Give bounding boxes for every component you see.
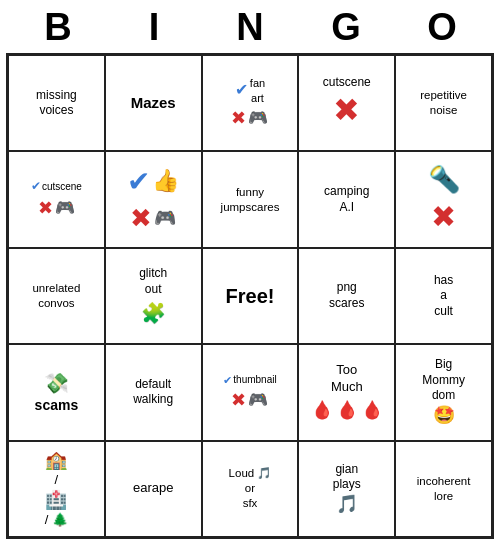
cell-text: Loud 🎵orsfx	[229, 466, 272, 511]
cell-r3c2: ✔ thumbnail ✖ 🎮	[202, 344, 299, 440]
cross-icon: ✖	[38, 197, 53, 220]
bingo-grid: missingvoices Mazes ✔ fanart ✖ 🎮 cutscen…	[6, 53, 494, 539]
cross-icon: ✖	[333, 90, 360, 132]
cell-text: hasacult	[434, 273, 453, 320]
cell-r2c3: pngscares	[298, 248, 395, 344]
cell-text: thumbnail	[233, 373, 276, 386]
cell-text: fanart	[250, 76, 265, 105]
cell-r2c1: glitchout 🧩	[105, 248, 202, 344]
emoji-face-icon: 🤩	[433, 404, 455, 427]
gamepad-icon: 🎮	[154, 207, 176, 230]
letter-i: I	[109, 6, 199, 49]
drop-icon-2: 🩸	[336, 400, 358, 420]
cell-text: missingvoices	[36, 88, 77, 119]
cell-r1c3: campingA.I	[298, 151, 395, 247]
cell-text: incoherentlore	[417, 474, 471, 504]
cell-r4c0: 🏫 / 🏥 / 🌲	[8, 441, 105, 537]
cell-text-2: / 🌲	[45, 512, 68, 529]
gamepad-icon: 🎮	[248, 390, 268, 411]
cross-icon: ✖	[231, 107, 246, 130]
check-icon: ✔	[223, 373, 232, 387]
cell-text: scams	[35, 396, 79, 414]
bingo-header: B I N G O	[10, 0, 490, 53]
big-cross-icon: ✖	[130, 202, 152, 236]
letter-n: N	[205, 6, 295, 49]
cell-r4c1: earape	[105, 441, 202, 537]
cell-text: cutscene	[42, 180, 82, 193]
cell-r4c3: gianplays 🎵	[298, 441, 395, 537]
cell-r1c0: ✔ cutscene ✖ 🎮	[8, 151, 105, 247]
cell-r0c4: repetitivenoise	[395, 55, 492, 151]
cell-text: Mazes	[131, 93, 176, 113]
cell-text: gianplays	[333, 462, 361, 493]
free-text: Free!	[226, 283, 275, 309]
cell-r1c2: funnyjumpscares	[202, 151, 299, 247]
cell-text: glitchout	[139, 266, 167, 297]
hospital-icon: 🏥	[45, 489, 67, 512]
cell-r0c3: cutscene ✖	[298, 55, 395, 151]
big-cross-icon: ✖	[431, 197, 456, 236]
cell-text: unrelatedconvos	[32, 281, 80, 311]
cell-r1c4: 🔦 ✖	[395, 151, 492, 247]
cell-r2c4: hasacult	[395, 248, 492, 344]
cell-text: defaultwalking	[133, 377, 173, 408]
cell-text: BigMommydom	[422, 357, 465, 404]
letter-o: O	[397, 6, 487, 49]
house-icon: 🏫	[45, 449, 67, 472]
cell-text: /	[55, 472, 59, 489]
money-icon: 💸	[44, 370, 69, 396]
cell-text: campingA.I	[324, 184, 369, 215]
cell-r0c2: ✔ fanart ✖ 🎮	[202, 55, 299, 151]
drop-icon-3: 🩸	[361, 400, 383, 420]
gamepad-icon: 🎮	[55, 198, 75, 219]
cell-text: funnyjumpscares	[221, 185, 280, 215]
cell-text: repetitivenoise	[420, 88, 467, 118]
thumbsup-icon: 👍	[152, 167, 179, 196]
gamepad-icon: 🎮	[248, 108, 268, 129]
cell-r3c4: BigMommydom 🤩	[395, 344, 492, 440]
music-icon: 🎵	[336, 493, 358, 516]
cell-r1c1: ✔ 👍 ✖ 🎮	[105, 151, 202, 247]
puzzle-icon: 🧩	[141, 300, 166, 326]
check-icon: ✔	[235, 80, 248, 101]
cell-text: TooMuch	[331, 362, 363, 396]
cell-text: earape	[133, 480, 173, 497]
cell-text: pngscares	[329, 280, 364, 311]
letter-g: G	[301, 6, 391, 49]
cell-r0c1: Mazes	[105, 55, 202, 151]
cross-icon: ✖	[231, 389, 246, 412]
cell-r4c4: incoherentlore	[395, 441, 492, 537]
cell-r2c0: unrelatedconvos	[8, 248, 105, 344]
check-icon: ✔	[31, 179, 41, 195]
cell-r3c1: defaultwalking	[105, 344, 202, 440]
cell-r2c2-free: Free!	[202, 248, 299, 344]
cell-r3c0: 💸 scams	[8, 344, 105, 440]
big-check-icon: ✔	[127, 164, 150, 200]
cell-r3c3: TooMuch 🩸 🩸 🩸	[298, 344, 395, 440]
cell-r0c0: missingvoices	[8, 55, 105, 151]
drop-icon-1: 🩸	[311, 400, 333, 420]
cell-text: cutscene	[323, 75, 371, 91]
letter-b: B	[13, 6, 103, 49]
flashlight-icon: 🔦	[428, 163, 460, 197]
cell-r4c2: Loud 🎵orsfx	[202, 441, 299, 537]
